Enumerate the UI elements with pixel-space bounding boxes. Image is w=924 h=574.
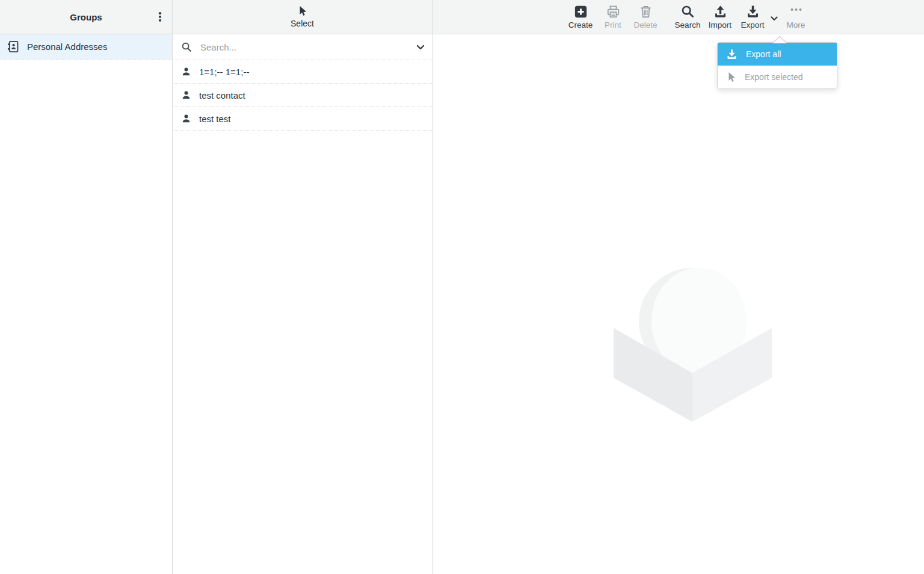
ellipsis-icon <box>789 5 803 19</box>
download-icon <box>726 49 738 60</box>
search-icon <box>181 42 192 53</box>
pointer-icon <box>726 72 736 83</box>
contact-name: test test <box>199 114 231 124</box>
export-dropdown-toggle[interactable] <box>769 2 780 33</box>
export-dropdown-menu: Export all Export selected <box>717 42 837 89</box>
trash-icon <box>639 5 653 19</box>
search-button[interactable]: Search <box>671 2 704 33</box>
chevron-down-icon <box>771 16 778 21</box>
print-button[interactable]: Print <box>597 2 629 33</box>
address-book-icon <box>7 40 20 53</box>
contact-row[interactable]: test test <box>173 107 432 131</box>
person-icon <box>181 90 191 100</box>
search-icon <box>681 5 695 19</box>
menu-item-label: Export all <box>746 49 781 59</box>
address-book-app: Groups <box>0 0 924 574</box>
menu-item-export-all[interactable]: Export all <box>718 43 837 66</box>
contact-row[interactable]: test contact <box>173 84 432 107</box>
chevron-down-icon <box>416 45 425 50</box>
more-button[interactable]: More <box>780 2 812 33</box>
plus-square-icon <box>574 5 588 19</box>
contacts-panel: Select <box>173 0 433 574</box>
download-icon <box>746 5 760 19</box>
menu-item-export-selected[interactable]: Export selected <box>718 66 837 88</box>
pointer-icon <box>297 5 307 17</box>
sidebar-item-personal-addresses[interactable]: Personal Addresses <box>0 34 172 60</box>
groups-options-button[interactable] <box>152 8 168 25</box>
content-area: Create Print <box>433 0 924 574</box>
dropdown-caret-icon <box>772 35 787 43</box>
person-icon <box>181 114 191 124</box>
watermark-logo <box>614 267 772 422</box>
menu-item-label: Export selected <box>745 72 803 82</box>
groups-sidebar: Groups <box>0 0 173 574</box>
toolbar: Create Print <box>564 0 812 34</box>
sidebar-item-label: Personal Addresses <box>27 42 107 52</box>
contact-search-bar <box>173 34 432 60</box>
upload-icon <box>713 5 727 19</box>
contact-name: 1=1;-- 1=1;-- <box>199 67 249 77</box>
kebab-vertical-icon <box>154 11 166 23</box>
search-options-toggle[interactable] <box>416 34 425 60</box>
delete-button[interactable]: Delete <box>629 2 662 33</box>
groups-title: Groups <box>0 12 172 22</box>
select-label: Select <box>291 19 314 28</box>
create-button[interactable]: Create <box>564 2 597 33</box>
contact-row[interactable]: 1=1;-- 1=1;-- <box>173 60 432 84</box>
contacts-header: Select <box>173 0 432 34</box>
select-button[interactable]: Select <box>173 0 432 34</box>
contact-list: 1=1;-- 1=1;-- test contact <box>173 60 432 131</box>
content-header: Create Print <box>433 0 924 34</box>
person-icon <box>181 67 191 77</box>
groups-header: Groups <box>0 0 172 34</box>
import-button[interactable]: Import <box>704 2 736 33</box>
contact-search-input[interactable] <box>200 42 424 52</box>
export-button[interactable]: Export <box>736 2 769 33</box>
printer-icon <box>606 5 620 19</box>
contact-name: test contact <box>199 90 245 100</box>
